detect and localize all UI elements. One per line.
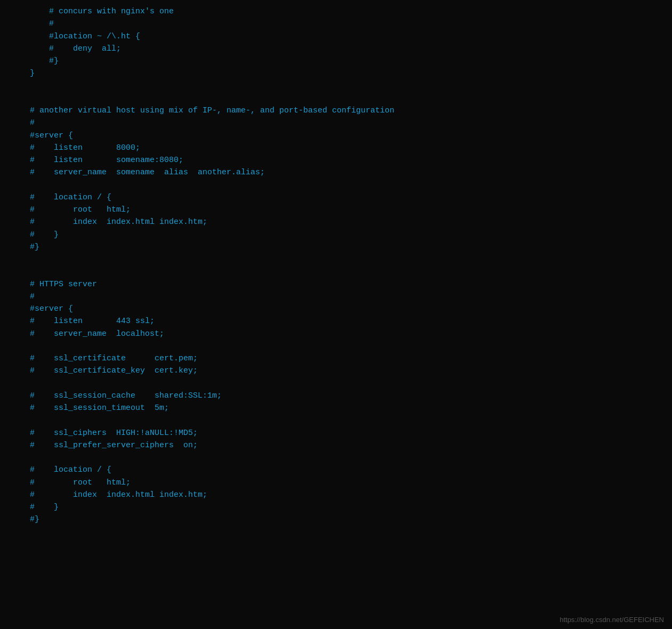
code-line: } bbox=[11, 67, 661, 79]
code-line: #server { bbox=[11, 130, 661, 142]
code-line: # ssl_session_cache shared:SSL:1m; bbox=[11, 390, 661, 402]
code-line: # root html; bbox=[11, 477, 661, 489]
code-line: # bbox=[11, 117, 661, 129]
code-line: # another virtual host using mix of IP-,… bbox=[11, 104, 661, 117]
empty-line bbox=[11, 340, 661, 352]
code-line: #} bbox=[11, 241, 661, 253]
code-line: # } bbox=[11, 229, 661, 241]
code-line: # ssl_ciphers HIGH:!aNULL:!MD5; bbox=[11, 427, 661, 439]
code-line: #location ~ /\.ht { bbox=[11, 30, 661, 43]
code-line: # bbox=[11, 291, 661, 303]
empty-line bbox=[11, 414, 661, 426]
code-line: # server_name localhost; bbox=[11, 328, 661, 340]
empty-line bbox=[11, 92, 661, 104]
watermark: https://blog.csdn.net/GEFEICHEN bbox=[560, 616, 664, 624]
code-line: # index index.html index.htm; bbox=[11, 216, 661, 228]
code-line: # deny all; bbox=[11, 43, 661, 55]
code-line: # location / { bbox=[11, 464, 661, 476]
empty-line bbox=[11, 451, 661, 464]
code-block: # concurs with nginx's one # #location ~… bbox=[0, 0, 672, 547]
code-line: # listen 8000; bbox=[11, 142, 661, 154]
code-line: # concurs with nginx's one bbox=[11, 5, 661, 18]
code-line: # root html; bbox=[11, 204, 661, 216]
code-line: #} bbox=[11, 513, 661, 526]
empty-line bbox=[11, 265, 661, 278]
code-line: # listen somename:8080; bbox=[11, 154, 661, 166]
code-line: # } bbox=[11, 501, 661, 513]
code-line: # HTTPS server bbox=[11, 278, 661, 291]
empty-line bbox=[11, 179, 661, 191]
code-line: # ssl_prefer_server_ciphers on; bbox=[11, 439, 661, 451]
code-line: #server { bbox=[11, 303, 661, 315]
code-line: # listen 443 ssl; bbox=[11, 315, 661, 327]
empty-line bbox=[11, 377, 661, 390]
code-line: # ssl_certificate_key cert.key; bbox=[11, 365, 661, 377]
code-line: # bbox=[11, 18, 661, 30]
code-line: #} bbox=[11, 55, 661, 67]
code-line: # ssl_certificate cert.pem; bbox=[11, 352, 661, 365]
code-line: # ssl_session_timeout 5m; bbox=[11, 402, 661, 414]
empty-line bbox=[11, 80, 661, 92]
code-line: # location / { bbox=[11, 191, 661, 204]
code-line: # index index.html index.htm; bbox=[11, 489, 661, 501]
empty-line bbox=[11, 253, 661, 265]
code-line: # server_name somename alias another.ali… bbox=[11, 166, 661, 179]
